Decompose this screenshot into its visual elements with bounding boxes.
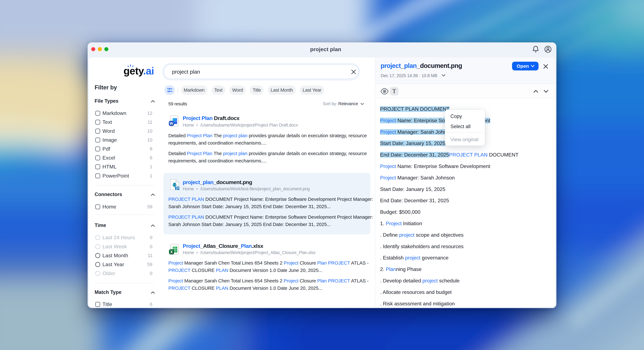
svg-text:W: W xyxy=(170,121,173,126)
svg-text:X: X xyxy=(170,250,173,254)
